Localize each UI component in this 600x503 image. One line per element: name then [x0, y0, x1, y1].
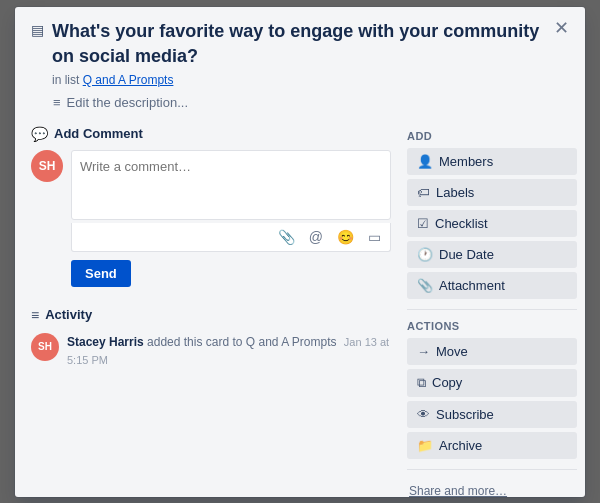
close-button[interactable]: ✕	[548, 15, 575, 41]
emoji-icon-btn[interactable]: 😊	[334, 227, 357, 247]
add-section-title: Add	[407, 130, 577, 142]
card-list-ref: in list Q and A Prompts	[52, 73, 553, 87]
activity-section: ≡ Activity SH Stacey Harris added this c…	[31, 307, 391, 369]
copy-button[interactable]: ⧉ Copy	[407, 369, 577, 397]
labels-button[interactable]: 🏷 Labels	[407, 179, 577, 206]
sidebar-divider	[407, 309, 577, 310]
activity-user-avatar: SH	[31, 333, 59, 361]
members-icon: 👤	[417, 154, 433, 169]
due-date-button[interactable]: 🕐 Due Date	[407, 241, 577, 268]
attachment-label: Attachment	[439, 278, 505, 293]
subscribe-icon: 👁	[417, 407, 430, 422]
comment-section-title: Add Comment	[54, 126, 143, 141]
mention-icon-btn[interactable]: @	[306, 227, 326, 247]
list-ref-link[interactable]: Q and A Prompts	[83, 73, 174, 87]
card-icon: ▤	[31, 22, 44, 38]
checklist-icon: ☑	[417, 216, 429, 231]
comment-box-wrapper: 📎 @ 😊 ▭	[71, 150, 391, 252]
members-button[interactable]: 👤 Members	[407, 148, 577, 175]
attachment-button[interactable]: 📎 Attachment	[407, 272, 577, 299]
labels-label: Labels	[436, 185, 474, 200]
archive-button[interactable]: 📁 Archive	[407, 432, 577, 459]
activity-icon: ≡	[31, 307, 39, 323]
comment-section: 💬 Add Comment SH 📎 @ 😊 ▭	[31, 126, 391, 287]
copy-label: Copy	[432, 375, 462, 390]
card-title: What's your favorite way to engage with …	[52, 19, 553, 69]
archive-label: Archive	[439, 438, 482, 453]
due-date-label: Due Date	[439, 247, 494, 262]
modal-body: 💬 Add Comment SH 📎 @ 😊 ▭	[31, 126, 577, 497]
edit-description-label: Edit the description...	[67, 95, 188, 110]
edit-description-link[interactable]: ≡ Edit the description...	[53, 95, 577, 110]
header-content: What's your favorite way to engage with …	[52, 19, 553, 87]
activity-title: Activity	[45, 307, 92, 322]
checklist-label: Checklist	[435, 216, 488, 231]
send-button[interactable]: Send	[71, 260, 131, 287]
comment-input-row: SH 📎 @ 😊 ▭	[31, 150, 391, 252]
activity-text: Stacey Harris added this card to Q and A…	[67, 333, 391, 369]
copy-icon: ⧉	[417, 375, 426, 391]
sidebar-divider-2	[407, 469, 577, 470]
activity-item: SH Stacey Harris added this card to Q an…	[31, 333, 391, 369]
modal-sidebar: Add 👤 Members 🏷 Labels ☑ Checklist 🕐 Due…	[407, 126, 577, 497]
subscribe-button[interactable]: 👁 Subscribe	[407, 401, 577, 428]
due-date-icon: 🕐	[417, 247, 433, 262]
comment-section-header: 💬 Add Comment	[31, 126, 391, 142]
labels-icon: 🏷	[417, 185, 430, 200]
attachment-btn-icon: 📎	[417, 278, 433, 293]
card-modal: ✕ ▤ What's your favorite way to engage w…	[15, 7, 585, 497]
list-ref-prefix: in list	[52, 73, 79, 87]
activity-user-name: Stacey Harris	[67, 335, 144, 349]
comment-toolbar: 📎 @ 😊 ▭	[71, 223, 391, 252]
modal-header: ▤ What's your favorite way to engage wit…	[31, 19, 577, 87]
move-icon: →	[417, 344, 430, 359]
user-avatar: SH	[31, 150, 63, 182]
move-button[interactable]: → Move	[407, 338, 577, 365]
activity-header: ≡ Activity	[31, 307, 391, 323]
members-label: Members	[439, 154, 493, 169]
activity-action: added this card to Q and A Prompts	[147, 335, 336, 349]
subscribe-label: Subscribe	[436, 407, 494, 422]
attachment-icon-btn[interactable]: 📎	[275, 227, 298, 247]
modal-main: 💬 Add Comment SH 📎 @ 😊 ▭	[31, 126, 407, 497]
archive-icon: 📁	[417, 438, 433, 453]
description-icon: ≡	[53, 95, 61, 110]
share-more-link[interactable]: Share and more…	[407, 480, 509, 497]
comment-input[interactable]	[71, 150, 391, 220]
checklist-button[interactable]: ☑ Checklist	[407, 210, 577, 237]
actions-section-title: Actions	[407, 320, 577, 332]
format-icon-btn[interactable]: ▭	[365, 227, 384, 247]
comment-icon: 💬	[31, 126, 48, 142]
move-label: Move	[436, 344, 468, 359]
